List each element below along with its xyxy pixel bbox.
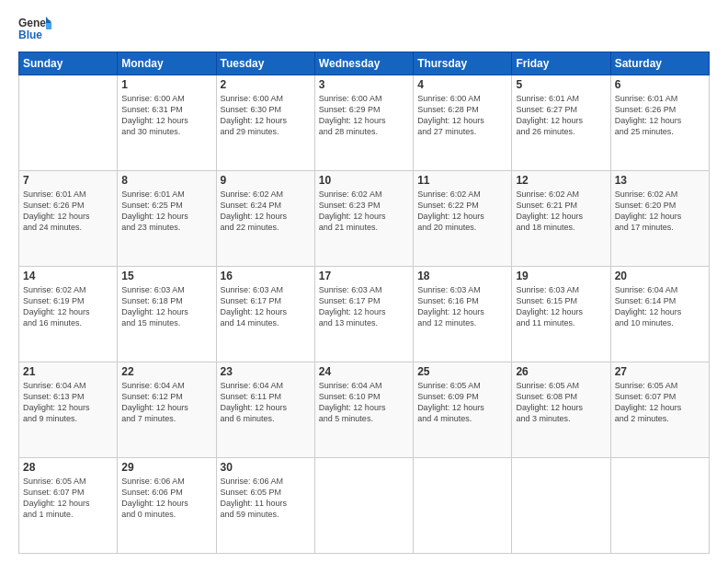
calendar-body: 1Sunrise: 6:00 AM Sunset: 6:31 PM Daylig… bbox=[19, 75, 710, 554]
day-number: 23 bbox=[221, 365, 311, 378]
calendar-cell: 10Sunrise: 6:02 AM Sunset: 6:23 PM Dayli… bbox=[314, 171, 413, 267]
day-info: Sunrise: 6:02 AM Sunset: 6:20 PM Dayligh… bbox=[615, 189, 705, 234]
calendar-week-row: 1Sunrise: 6:00 AM Sunset: 6:31 PM Daylig… bbox=[19, 75, 710, 171]
weekday-header-monday: Monday bbox=[118, 52, 216, 75]
day-number: 8 bbox=[121, 174, 211, 187]
day-info: Sunrise: 6:02 AM Sunset: 6:23 PM Dayligh… bbox=[319, 189, 409, 234]
day-number: 19 bbox=[516, 270, 606, 282]
calendar-cell bbox=[314, 458, 413, 554]
calendar-week-row: 21Sunrise: 6:04 AM Sunset: 6:13 PM Dayli… bbox=[19, 362, 710, 458]
calendar-cell bbox=[19, 75, 118, 171]
calendar-week-row: 28Sunrise: 6:05 AM Sunset: 6:07 PM Dayli… bbox=[19, 458, 710, 554]
day-number: 4 bbox=[417, 78, 507, 91]
day-info: Sunrise: 6:03 AM Sunset: 6:18 PM Dayligh… bbox=[121, 284, 211, 329]
calendar-cell: 30Sunrise: 6:06 AM Sunset: 6:05 PM Dayli… bbox=[216, 458, 314, 554]
svg-text:Blue: Blue bbox=[18, 29, 42, 41]
calendar-cell: 22Sunrise: 6:04 AM Sunset: 6:12 PM Dayli… bbox=[118, 362, 216, 458]
calendar-cell: 19Sunrise: 6:03 AM Sunset: 6:15 PM Dayli… bbox=[512, 267, 610, 362]
calendar-cell: 26Sunrise: 6:05 AM Sunset: 6:08 PM Dayli… bbox=[512, 362, 610, 458]
day-info: Sunrise: 6:02 AM Sunset: 6:22 PM Dayligh… bbox=[417, 189, 507, 234]
calendar-cell: 28Sunrise: 6:05 AM Sunset: 6:07 PM Dayli… bbox=[19, 458, 118, 554]
calendar-cell: 12Sunrise: 6:02 AM Sunset: 6:21 PM Dayli… bbox=[512, 171, 610, 267]
day-info: Sunrise: 6:03 AM Sunset: 6:16 PM Dayligh… bbox=[417, 284, 507, 329]
calendar-week-row: 14Sunrise: 6:02 AM Sunset: 6:19 PM Dayli… bbox=[19, 267, 710, 362]
day-info: Sunrise: 6:06 AM Sunset: 6:06 PM Dayligh… bbox=[121, 476, 211, 521]
day-info: Sunrise: 6:00 AM Sunset: 6:31 PM Dayligh… bbox=[121, 93, 211, 138]
day-number: 2 bbox=[221, 78, 311, 91]
calendar-cell: 21Sunrise: 6:04 AM Sunset: 6:13 PM Dayli… bbox=[19, 362, 118, 458]
day-info: Sunrise: 6:01 AM Sunset: 6:26 PM Dayligh… bbox=[615, 93, 705, 138]
day-number: 27 bbox=[615, 365, 705, 378]
calendar-cell: 23Sunrise: 6:04 AM Sunset: 6:11 PM Dayli… bbox=[216, 362, 314, 458]
calendar-week-row: 7Sunrise: 6:01 AM Sunset: 6:26 PM Daylig… bbox=[19, 171, 710, 267]
day-number: 12 bbox=[516, 174, 606, 187]
calendar-cell: 16Sunrise: 6:03 AM Sunset: 6:17 PM Dayli… bbox=[216, 267, 314, 362]
day-number: 17 bbox=[319, 270, 409, 282]
calendar-cell: 8Sunrise: 6:01 AM Sunset: 6:25 PM Daylig… bbox=[118, 171, 216, 267]
weekday-header-thursday: Thursday bbox=[414, 52, 512, 75]
calendar-cell: 29Sunrise: 6:06 AM Sunset: 6:06 PM Dayli… bbox=[118, 458, 216, 554]
day-info: Sunrise: 6:04 AM Sunset: 6:14 PM Dayligh… bbox=[615, 284, 705, 329]
day-number: 26 bbox=[516, 365, 606, 378]
day-info: Sunrise: 6:00 AM Sunset: 6:28 PM Dayligh… bbox=[417, 93, 507, 138]
day-number: 15 bbox=[121, 270, 211, 282]
calendar-cell: 1Sunrise: 6:00 AM Sunset: 6:31 PM Daylig… bbox=[118, 75, 216, 171]
calendar-cell: 17Sunrise: 6:03 AM Sunset: 6:17 PM Dayli… bbox=[314, 267, 413, 362]
day-info: Sunrise: 6:01 AM Sunset: 6:25 PM Dayligh… bbox=[121, 189, 211, 234]
calendar-cell bbox=[512, 458, 610, 554]
day-number: 14 bbox=[23, 270, 113, 282]
logo: General Blue bbox=[18, 15, 51, 44]
calendar-table: SundayMondayTuesdayWednesdayThursdayFrid… bbox=[18, 52, 710, 554]
day-info: Sunrise: 6:06 AM Sunset: 6:05 PM Dayligh… bbox=[221, 476, 311, 521]
day-info: Sunrise: 6:02 AM Sunset: 6:24 PM Dayligh… bbox=[221, 189, 311, 234]
day-number: 6 bbox=[615, 78, 705, 91]
calendar-cell: 25Sunrise: 6:05 AM Sunset: 6:09 PM Dayli… bbox=[414, 362, 512, 458]
svg-marker-3 bbox=[46, 23, 51, 29]
day-number: 24 bbox=[319, 365, 409, 378]
calendar-cell: 11Sunrise: 6:02 AM Sunset: 6:22 PM Dayli… bbox=[414, 171, 512, 267]
calendar-cell: 14Sunrise: 6:02 AM Sunset: 6:19 PM Dayli… bbox=[19, 267, 118, 362]
day-info: Sunrise: 6:00 AM Sunset: 6:30 PM Dayligh… bbox=[221, 93, 311, 138]
calendar-cell: 5Sunrise: 6:01 AM Sunset: 6:27 PM Daylig… bbox=[512, 75, 610, 171]
day-info: Sunrise: 6:04 AM Sunset: 6:11 PM Dayligh… bbox=[221, 380, 311, 425]
calendar-cell bbox=[414, 458, 512, 554]
weekday-header-wednesday: Wednesday bbox=[314, 52, 413, 75]
day-info: Sunrise: 6:02 AM Sunset: 6:21 PM Dayligh… bbox=[516, 189, 606, 234]
weekday-header-row: SundayMondayTuesdayWednesdayThursdayFrid… bbox=[19, 52, 710, 75]
day-number: 3 bbox=[319, 78, 409, 91]
calendar-cell: 6Sunrise: 6:01 AM Sunset: 6:26 PM Daylig… bbox=[610, 75, 709, 171]
calendar-cell: 18Sunrise: 6:03 AM Sunset: 6:16 PM Dayli… bbox=[414, 267, 512, 362]
day-number: 7 bbox=[23, 174, 113, 187]
day-number: 28 bbox=[23, 461, 113, 474]
day-info: Sunrise: 6:03 AM Sunset: 6:17 PM Dayligh… bbox=[221, 284, 311, 329]
day-info: Sunrise: 6:04 AM Sunset: 6:10 PM Dayligh… bbox=[319, 380, 409, 425]
calendar-cell: 9Sunrise: 6:02 AM Sunset: 6:24 PM Daylig… bbox=[216, 171, 314, 267]
day-number: 22 bbox=[121, 365, 211, 378]
day-info: Sunrise: 6:02 AM Sunset: 6:19 PM Dayligh… bbox=[23, 284, 113, 329]
calendar-page: General Blue SundayMondayTuesdayWednesda… bbox=[0, 0, 728, 563]
day-number: 16 bbox=[221, 270, 311, 282]
calendar-cell bbox=[610, 458, 709, 554]
day-info: Sunrise: 6:01 AM Sunset: 6:26 PM Dayligh… bbox=[23, 189, 113, 234]
day-number: 9 bbox=[221, 174, 311, 187]
day-number: 25 bbox=[417, 365, 507, 378]
calendar-cell: 3Sunrise: 6:00 AM Sunset: 6:29 PM Daylig… bbox=[314, 75, 413, 171]
calendar-header: General Blue bbox=[18, 15, 710, 44]
day-number: 10 bbox=[319, 174, 409, 187]
day-info: Sunrise: 6:01 AM Sunset: 6:27 PM Dayligh… bbox=[516, 93, 606, 138]
calendar-cell: 13Sunrise: 6:02 AM Sunset: 6:20 PM Dayli… bbox=[610, 171, 709, 267]
day-info: Sunrise: 6:03 AM Sunset: 6:15 PM Dayligh… bbox=[516, 284, 606, 329]
day-info: Sunrise: 6:04 AM Sunset: 6:12 PM Dayligh… bbox=[121, 380, 211, 425]
day-number: 20 bbox=[615, 270, 705, 282]
day-info: Sunrise: 6:04 AM Sunset: 6:13 PM Dayligh… bbox=[23, 380, 113, 425]
calendar-cell: 2Sunrise: 6:00 AM Sunset: 6:30 PM Daylig… bbox=[216, 75, 314, 171]
day-info: Sunrise: 6:05 AM Sunset: 6:07 PM Dayligh… bbox=[23, 476, 113, 521]
calendar-cell: 24Sunrise: 6:04 AM Sunset: 6:10 PM Dayli… bbox=[314, 362, 413, 458]
calendar-cell: 7Sunrise: 6:01 AM Sunset: 6:26 PM Daylig… bbox=[19, 171, 118, 267]
weekday-header-friday: Friday bbox=[512, 52, 610, 75]
day-info: Sunrise: 6:03 AM Sunset: 6:17 PM Dayligh… bbox=[319, 284, 409, 329]
day-info: Sunrise: 6:05 AM Sunset: 6:07 PM Dayligh… bbox=[615, 380, 705, 425]
logo-svg: General Blue bbox=[18, 15, 51, 44]
calendar-cell: 20Sunrise: 6:04 AM Sunset: 6:14 PM Dayli… bbox=[610, 267, 709, 362]
day-number: 13 bbox=[615, 174, 705, 187]
